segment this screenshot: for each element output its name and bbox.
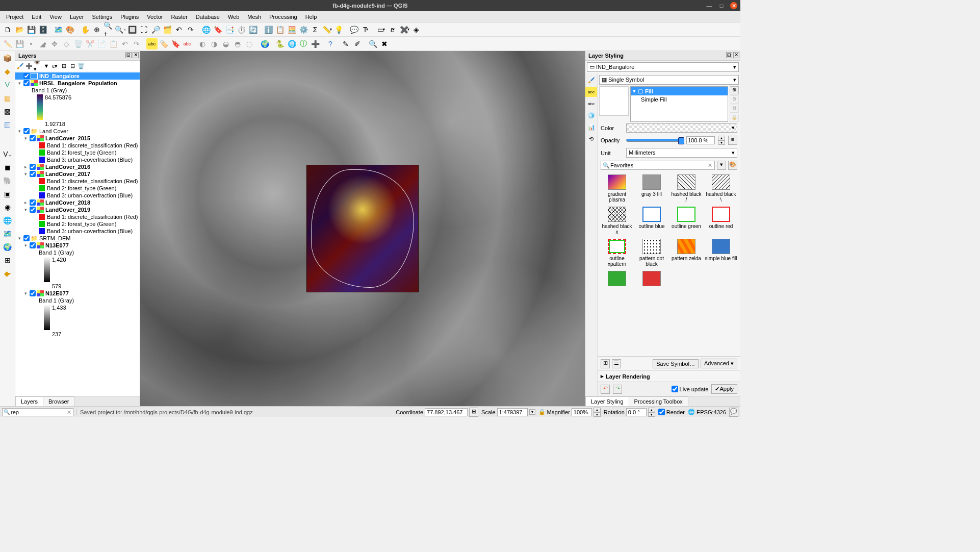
- plugin2-icon[interactable]: ◑: [209, 38, 220, 49]
- lock-icon[interactable]: 🔒: [538, 409, 546, 415]
- favorite-gradient-plasma[interactable]: gradient plasma: [601, 174, 633, 203]
- styling-layer-select[interactable]: ▭ IND_Bangalore▾: [587, 62, 739, 72]
- toolbox-icon[interactable]: ⚙️: [298, 24, 309, 35]
- fav-dropdown-icon[interactable]: ▾: [717, 161, 726, 170]
- move-feature-icon[interactable]: ✥: [49, 38, 60, 49]
- layer-rendering-section[interactable]: ▸ Layer Rendering: [598, 370, 740, 382]
- undo-icon[interactable]: ↶: [119, 38, 131, 49]
- add-xyz-icon[interactable]: ⊞: [2, 254, 14, 266]
- menu-settings[interactable]: Settings: [88, 13, 116, 21]
- save-symbol-button[interactable]: Save Symbol…: [653, 359, 699, 368]
- label-pin-icon[interactable]: abc: [182, 38, 193, 49]
- menu-layer[interactable]: Layer: [66, 13, 88, 21]
- favorite-hashed-black-[interactable]: hashed black \: [705, 174, 737, 203]
- rotation-input[interactable]: 0.0 °: [626, 408, 647, 416]
- save-project-icon[interactable]: 💾: [25, 24, 37, 35]
- favorite-swatch[interactable]: [635, 271, 668, 288]
- layer-srtm-group[interactable]: ▾📁SRTM_DEM: [15, 235, 140, 242]
- rotation-stepper[interactable]: ▲▼: [648, 408, 655, 417]
- label-diagram-icon[interactable]: 🏷️: [158, 38, 169, 49]
- zoom-last-icon[interactable]: ↶: [173, 24, 185, 35]
- label-highlight-icon[interactable]: 🔖: [170, 38, 181, 49]
- menu-vector[interactable]: Vector: [143, 13, 167, 21]
- plugin4-icon[interactable]: ◓: [232, 38, 243, 49]
- new-geopackage-icon[interactable]: ◆: [2, 65, 14, 78]
- lt-remove-icon[interactable]: 🗑️: [77, 62, 85, 70]
- label-tool-icon[interactable]: abc: [146, 38, 158, 49]
- zoom-full-icon[interactable]: ⛶: [138, 24, 149, 35]
- zoom-next-icon[interactable]: ↷: [185, 24, 196, 35]
- add-wcs-icon[interactable]: 🗺️: [2, 228, 14, 240]
- select-all-icon[interactable]: ◈: [410, 24, 422, 35]
- unit-select[interactable]: Millimeters▾: [626, 148, 737, 158]
- menu-raster[interactable]: Raster: [167, 13, 191, 21]
- add-more-icon[interactable]: ◆: [2, 267, 14, 280]
- favorite-outline-xpattern[interactable]: outline xpattern: [601, 239, 633, 267]
- deselect-icon[interactable]: ✖️: [399, 24, 410, 35]
- vtab-3d-icon[interactable]: 🧊: [585, 110, 597, 120]
- layer-checkbox[interactable]: [23, 73, 30, 79]
- layer-tree[interactable]: IND_Bangalore ▾HRSL_Bangalore_Population…: [15, 71, 140, 396]
- fav-style-menu-icon[interactable]: 🎨: [728, 161, 737, 170]
- select-by-value-icon[interactable]: ε: [387, 24, 398, 35]
- duplicate-symbol-icon[interactable]: ⧉: [730, 105, 739, 113]
- favorite-swatch[interactable]: [601, 271, 633, 288]
- add-mesh-icon[interactable]: ▩: [2, 105, 14, 117]
- symbol-tree[interactable]: ▾▢ Fill Simple Fill: [630, 86, 728, 122]
- add-wfs-icon[interactable]: 🌍: [2, 241, 14, 253]
- zoom-layer-icon[interactable]: 🗂️: [162, 24, 173, 35]
- copy-icon[interactable]: 📄: [96, 38, 107, 49]
- open-table-icon[interactable]: 📋: [274, 24, 286, 35]
- paste-icon[interactable]: 📋: [108, 38, 119, 49]
- plugin-info-icon[interactable]: ⓘ: [298, 38, 309, 49]
- undock-icon[interactable]: ◱: [125, 52, 132, 58]
- map-canvas[interactable]: [140, 51, 585, 406]
- view-list-icon[interactable]: ☰: [612, 359, 621, 368]
- add-mssql-icon[interactable]: ▣: [2, 188, 14, 200]
- layer-n12[interactable]: ▾N12E077: [15, 290, 140, 297]
- vtab-symbology-icon[interactable]: 🖌️: [585, 75, 597, 85]
- node-tool-icon[interactable]: ◇: [61, 38, 72, 49]
- refresh-icon[interactable]: 🔄: [247, 24, 259, 35]
- plugin-x-icon[interactable]: ✖: [379, 38, 390, 49]
- open-project-icon[interactable]: 📂: [14, 24, 25, 35]
- add-vector-icon[interactable]: V: [2, 79, 14, 91]
- menu-plugins[interactable]: Plugins: [116, 13, 143, 21]
- undock-icon[interactable]: ◱: [726, 52, 732, 58]
- coordinate-toggle-icon[interactable]: ⊞: [469, 408, 478, 417]
- favorite-gray-3-fill[interactable]: gray 3 fill: [635, 174, 668, 203]
- menu-mesh[interactable]: Mesh: [243, 13, 265, 21]
- opacity-slider[interactable]: [626, 137, 683, 144]
- vtab-diagrams-icon[interactable]: 📊: [585, 122, 597, 132]
- menu-database[interactable]: Database: [192, 13, 224, 21]
- render-checkbox[interactable]: Render: [658, 409, 685, 415]
- scale-input[interactable]: 1:479397: [497, 408, 528, 416]
- vtab-history-icon[interactable]: ⟲: [585, 134, 597, 144]
- lt-collapse-icon[interactable]: ⊟: [68, 62, 76, 70]
- menu-help[interactable]: Help: [301, 13, 321, 21]
- annotation-icon[interactable]: T: [360, 24, 371, 35]
- lock-symbol-icon[interactable]: 🔒: [730, 114, 739, 122]
- layer-lc2018[interactable]: ▸LandCover_2018: [15, 199, 140, 206]
- view-icons-icon[interactable]: ⊞: [601, 359, 610, 368]
- scale-dropdown-icon[interactable]: ▾: [529, 409, 535, 415]
- cut-icon[interactable]: ✂️: [84, 38, 95, 49]
- plugin5-icon[interactable]: ◌: [244, 38, 255, 49]
- save-as-icon[interactable]: 🗄️: [37, 24, 48, 35]
- python-console-icon[interactable]: 🐍: [274, 38, 286, 49]
- layer-lc2017[interactable]: ▾LandCover_2017: [15, 170, 140, 178]
- layer-lc2015[interactable]: ▾LandCover_2015: [15, 135, 140, 142]
- apply-button[interactable]: ✔Apply: [711, 384, 737, 394]
- menu-web[interactable]: Web: [224, 13, 243, 21]
- add-raster-icon[interactable]: ▦: [2, 92, 14, 104]
- vtab-labels-icon[interactable]: abc: [585, 87, 597, 97]
- coordinate-input[interactable]: 77.892,13.467: [425, 408, 468, 416]
- add-virtual-icon[interactable]: V₊: [2, 148, 14, 160]
- close-panel-icon[interactable]: ✕: [133, 52, 139, 58]
- advanced-button[interactable]: Advanced ▾: [701, 359, 737, 368]
- tab-layer-styling[interactable]: Layer Styling: [585, 396, 629, 406]
- menu-project[interactable]: Project: [2, 13, 28, 21]
- magnifier-input[interactable]: 100%: [572, 408, 592, 416]
- plugin1-icon[interactable]: ◐: [197, 38, 208, 49]
- select-features-icon[interactable]: ▭: [375, 24, 386, 35]
